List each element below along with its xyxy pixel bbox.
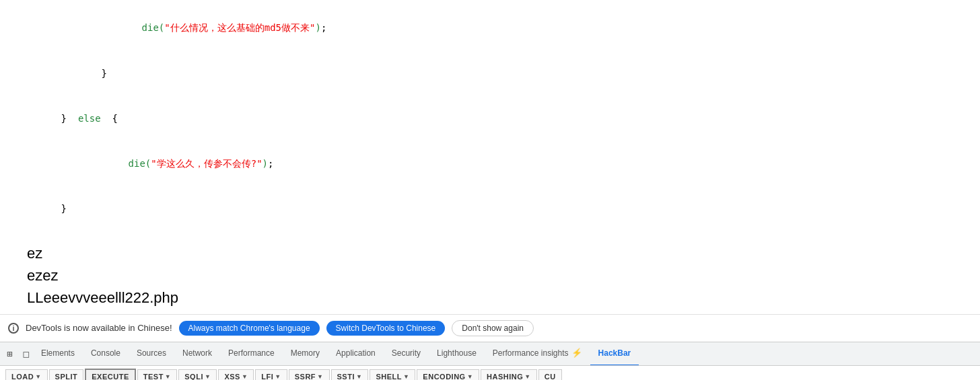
execute-btn[interactable]: EXECUTE xyxy=(85,369,135,380)
tab-application[interactable]: Application xyxy=(328,342,384,366)
ssrf-arrow: ▼ xyxy=(317,373,323,380)
shell-btn[interactable]: SHELL ▼ xyxy=(370,369,415,380)
info-icon: i xyxy=(8,323,19,334)
ssti-btn[interactable]: SSTI ▼ xyxy=(331,369,369,380)
hackbar-toolbar: LOAD ▼ SPLIT EXECUTE TEST ▼ SQLI ▼ XSS ▼… xyxy=(0,366,980,380)
tab-lighthouse[interactable]: Lighthouse xyxy=(429,342,485,366)
code-line-5: } xyxy=(27,186,980,231)
devtools-toggle-icon[interactable]: ⊞ xyxy=(3,348,16,359)
test-btn[interactable]: TEST ▼ xyxy=(137,369,178,380)
output-line-2: ezez xyxy=(27,264,953,287)
ssti-arrow: ▼ xyxy=(356,373,362,380)
tab-memory[interactable]: Memory xyxy=(283,342,328,366)
tab-console[interactable]: Console xyxy=(83,342,129,366)
sqli-btn[interactable]: SQLI ▼ xyxy=(178,369,217,380)
code-line-3: } else { xyxy=(27,96,980,141)
lfi-arrow: ▼ xyxy=(275,373,281,380)
cu-btn[interactable]: CU xyxy=(538,369,562,380)
tab-performance-insights[interactable]: Performance insights ⚡ xyxy=(485,342,590,366)
devtools-tabbar: ⊞ □ Elements Console Sources Network Per… xyxy=(0,342,980,366)
code-area: die("什么情况，这么基础的md5做不来"); } } else { die(… xyxy=(0,0,980,237)
hashing-btn[interactable]: HASHING ▼ xyxy=(481,369,537,380)
code-line-4: die("学这么久，传参不会传?"); xyxy=(27,141,980,186)
code-line-1: die("什么情况，这么基础的md5做不来"); xyxy=(27,5,980,50)
load-btn[interactable]: LOAD ▼ xyxy=(5,369,48,380)
tab-performance[interactable]: Performance xyxy=(220,342,283,366)
tab-security[interactable]: Security xyxy=(384,342,429,366)
tab-elements[interactable]: Elements xyxy=(33,342,83,366)
xss-arrow: ▼ xyxy=(242,373,248,380)
ssrf-btn[interactable]: SSRF ▼ xyxy=(289,369,330,380)
notify-message: DevTools is now available in Chinese! xyxy=(26,323,172,333)
hashing-arrow: ▼ xyxy=(524,373,530,380)
switch-chinese-btn[interactable]: Switch DevTools to Chinese xyxy=(326,321,446,336)
xss-btn[interactable]: XSS ▼ xyxy=(218,369,254,380)
hackbar-tab-label: HackBar xyxy=(598,348,631,358)
devtools-notify-bar: i DevTools is now available in Chinese! … xyxy=(0,314,980,342)
always-match-btn[interactable]: Always match Chrome's language xyxy=(179,321,320,336)
dont-show-btn[interactable]: Don't show again xyxy=(452,320,534,336)
code-line-2: } xyxy=(27,50,980,96)
output-line-1: ez xyxy=(27,242,953,264)
load-arrow: ▼ xyxy=(35,373,41,380)
sqli-arrow: ▼ xyxy=(205,373,211,380)
performance-insights-icon: ⚡ xyxy=(571,348,582,358)
encoding-arrow: ▼ xyxy=(467,373,473,380)
performance-insights-label: Performance insights xyxy=(493,348,569,358)
devtools-dock-icon[interactable]: □ xyxy=(19,348,32,359)
tab-sources[interactable]: Sources xyxy=(129,342,174,366)
encoding-btn[interactable]: ENCODING ▼ xyxy=(417,369,479,380)
test-arrow: ▼ xyxy=(165,373,171,380)
shell-arrow: ▼ xyxy=(403,373,409,380)
devtools-icon-buttons: ⊞ □ xyxy=(3,348,33,359)
split-btn[interactable]: SPLIT xyxy=(49,369,84,380)
output-line-3: LLeeevvveeelll222.php xyxy=(27,287,953,309)
output-area: ez ezez LLeeevvveeelll222.php xyxy=(0,237,980,314)
lfi-btn[interactable]: LFI ▼ xyxy=(255,369,287,380)
tab-network[interactable]: Network xyxy=(174,342,220,366)
tab-hackbar[interactable]: HackBar xyxy=(590,342,639,366)
